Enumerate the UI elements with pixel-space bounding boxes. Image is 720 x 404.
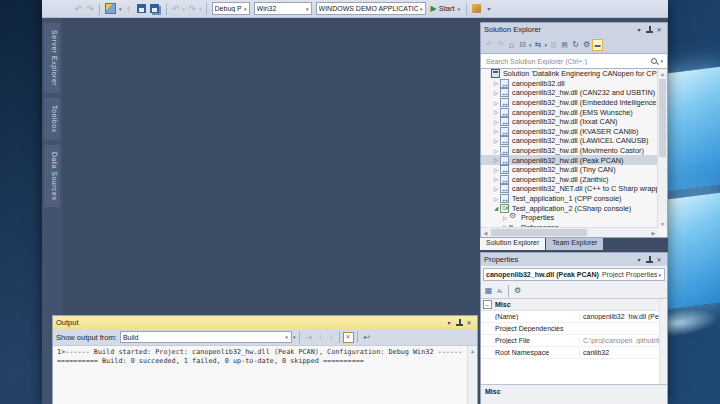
- sync-with-active-icon[interactable]: [533, 39, 544, 51]
- properties-icon[interactable]: [581, 39, 592, 51]
- chevron-down-icon[interactable]: ▾: [183, 6, 186, 12]
- tab-solution-explorer[interactable]: Solution Explorer: [480, 238, 545, 250]
- tree-item[interactable]: ▷canopenlib32_hw.dll (Ixxat CAN): [481, 117, 667, 127]
- tab-team-explorer[interactable]: Team Explorer: [546, 238, 603, 250]
- tree-item[interactable]: Solution 'Datalink Engineering CANopen f…: [481, 69, 667, 79]
- nav-forward-icon[interactable]: [84, 2, 96, 15]
- property-value[interactable]: canlib32: [579, 349, 667, 356]
- chevron-down-icon[interactable]: ▾: [529, 42, 532, 48]
- window-position-icon[interactable]: ▾: [634, 25, 644, 35]
- clear-all-icon[interactable]: [343, 332, 354, 343]
- sidebar-tab-data-sources[interactable]: Data Sources: [44, 145, 60, 207]
- expander-collapsed-icon[interactable]: ▷: [492, 176, 500, 182]
- property-value[interactable]: canopenlib32_hw.dll (Peak PCAN: [579, 313, 667, 320]
- save-icon[interactable]: [137, 4, 146, 13]
- show-all-files-icon[interactable]: [559, 39, 570, 51]
- expander-collapsed-icon[interactable]: ▷: [492, 119, 500, 125]
- output-title-bar[interactable]: Output ▾ ✕: [53, 316, 477, 329]
- expander-collapsed-icon[interactable]: ▷: [492, 196, 500, 202]
- tree-vertical-scrollbar[interactable]: ▲ ▼: [657, 69, 667, 228]
- expander-collapsed-icon[interactable]: ▷: [492, 100, 500, 106]
- tree-item[interactable]: ▷canopenlib32_NET.dll (C++ to C Sharp wr…: [481, 184, 667, 194]
- properties-scrollbar[interactable]: [659, 299, 667, 384]
- expander-collapsed-icon[interactable]: ▷: [492, 138, 500, 144]
- solution-explorer-title-bar[interactable]: Solution Explorer ▾ ✕: [481, 23, 667, 36]
- window-position-icon[interactable]: ▾: [444, 318, 454, 328]
- tree-item[interactable]: ◢Test_application_2 (CSharp console): [481, 203, 667, 213]
- toolbar-overflow-icon[interactable]: [483, 2, 495, 15]
- startup-projects-dropdown[interactable]: WINDOWS DEMO APPLICATION (J▾: [316, 2, 426, 15]
- tree-item[interactable]: ▷canopenlib32_hw.dll (Movimento Castor): [481, 146, 667, 156]
- search-caret-icon[interactable]: ▾: [660, 58, 663, 64]
- scroll-right-icon[interactable]: ▶: [649, 228, 658, 237]
- property-category-row[interactable]: −Misc: [481, 299, 667, 311]
- tree-item[interactable]: ▷canopenlib32_hw.dll (EMS Wunsche): [481, 107, 667, 117]
- solution-configurations-dropdown[interactable]: Debug P▾: [212, 2, 250, 15]
- scroll-left-icon[interactable]: ◀: [481, 228, 490, 237]
- tree-item[interactable]: ▷canopenlib32_hw.dll (Tiny CAN): [481, 165, 667, 175]
- refresh-icon[interactable]: [570, 39, 581, 51]
- pin-icon[interactable]: [644, 255, 654, 265]
- nav-back-icon[interactable]: [72, 2, 84, 15]
- object-dropdown[interactable]: canopenlib32_hw.dll (Peak PCAN) Project …: [483, 268, 665, 281]
- tree-item[interactable]: ▷canopenlib32.dll: [481, 79, 667, 89]
- sidebar-tab-server-explorer[interactable]: Server Explorer: [44, 23, 60, 93]
- chevron-down-icon[interactable]: ▾: [458, 6, 461, 12]
- pin-icon[interactable]: [454, 318, 464, 328]
- categorized-icon[interactable]: [483, 285, 494, 297]
- scrollbar-thumb[interactable]: [491, 229, 587, 236]
- alphabetical-icon[interactable]: [494, 285, 505, 297]
- tree-item[interactable]: ▷canopenlib32_hw.dll (Peak PCAN): [481, 155, 667, 165]
- goto-message-icon[interactable]: [303, 331, 314, 343]
- output-source-dropdown[interactable]: Build ▾: [120, 331, 292, 343]
- expander-expanded-icon[interactable]: ◢: [492, 205, 500, 211]
- close-icon[interactable]: ✕: [464, 318, 474, 328]
- tree-item[interactable]: ▷Properties: [481, 213, 667, 223]
- expander-collapsed-icon[interactable]: ▷: [501, 215, 509, 221]
- expander-collapsed-icon[interactable]: ▷: [492, 167, 500, 173]
- search-icon[interactable]: [650, 57, 659, 66]
- expander-collapsed-icon[interactable]: ▷: [492, 90, 500, 96]
- add-new-item-icon[interactable]: [123, 2, 135, 15]
- next-message-icon[interactable]: [325, 331, 336, 343]
- prev-message-icon[interactable]: [314, 331, 325, 343]
- expander-collapsed-icon[interactable]: ▷: [492, 186, 500, 192]
- expander-collapsed-icon[interactable]: ▷: [492, 148, 500, 154]
- chevron-down-icon[interactable]: ▾: [199, 6, 202, 12]
- window-position-icon[interactable]: ▾: [634, 255, 644, 265]
- tree-item[interactable]: ▷canopenlib32_hw.dll (CAN232 and USBTIN): [481, 88, 667, 98]
- tree-item[interactable]: ▷canopenlib32_hw.dll (KVASER CANlib): [481, 127, 667, 137]
- chevron-down-icon[interactable]: ▾: [119, 6, 122, 12]
- chevron-down-icon[interactable]: ▾: [545, 42, 548, 48]
- expander-collapsed-icon[interactable]: ▷: [492, 109, 500, 115]
- se-back-icon[interactable]: [484, 39, 495, 51]
- tree-item[interactable]: ▷Test_application_1 (CPP console): [481, 194, 667, 204]
- close-icon[interactable]: ✕: [654, 25, 664, 35]
- expander-collapsed-icon[interactable]: ▷: [492, 80, 500, 86]
- search-input[interactable]: [484, 57, 650, 66]
- chevron-down-icon[interactable]: ▾: [293, 334, 296, 340]
- new-project-icon[interactable]: [105, 3, 116, 14]
- expander-collapsed-icon[interactable]: ▷: [492, 128, 500, 134]
- preview-selected-items-icon[interactable]: [592, 39, 603, 51]
- output-scrollbar[interactable]: ▲: [467, 346, 477, 404]
- tree-horizontal-scrollbar[interactable]: ◀ ▶: [481, 227, 658, 237]
- solution-platforms-dropdown[interactable]: Win32▾: [254, 2, 312, 15]
- property-pages-wrench-icon[interactable]: [512, 285, 523, 297]
- scrollbar-thumb[interactable]: [659, 79, 666, 157]
- properties-title-bar[interactable]: Properties ▾ ✕: [481, 253, 667, 266]
- collapse-category-icon[interactable]: −: [483, 300, 492, 309]
- save-all-icon[interactable]: [150, 4, 159, 13]
- sidebar-tab-toolbox[interactable]: Toolbox: [44, 98, 60, 140]
- scroll-down-icon[interactable]: ▼: [658, 219, 667, 228]
- redo-icon[interactable]: [186, 2, 198, 15]
- tree-item[interactable]: ▷canopenlib32_hw.dll (Embedded Intellige…: [481, 98, 667, 108]
- pending-changes-filter-icon[interactable]: [548, 39, 559, 51]
- home-icon[interactable]: [506, 39, 517, 51]
- tree-item[interactable]: ▷canopenlib32_hw.dll (LAWICEL CANUSB): [481, 136, 667, 146]
- scroll-up-icon[interactable]: ▲: [468, 346, 477, 355]
- pin-icon[interactable]: [644, 25, 654, 35]
- word-wrap-icon[interactable]: [361, 331, 372, 343]
- tree-item[interactable]: ▷canopenlib32_hw.dll (Zanthic): [481, 175, 667, 185]
- scroll-up-icon[interactable]: ▲: [658, 69, 667, 78]
